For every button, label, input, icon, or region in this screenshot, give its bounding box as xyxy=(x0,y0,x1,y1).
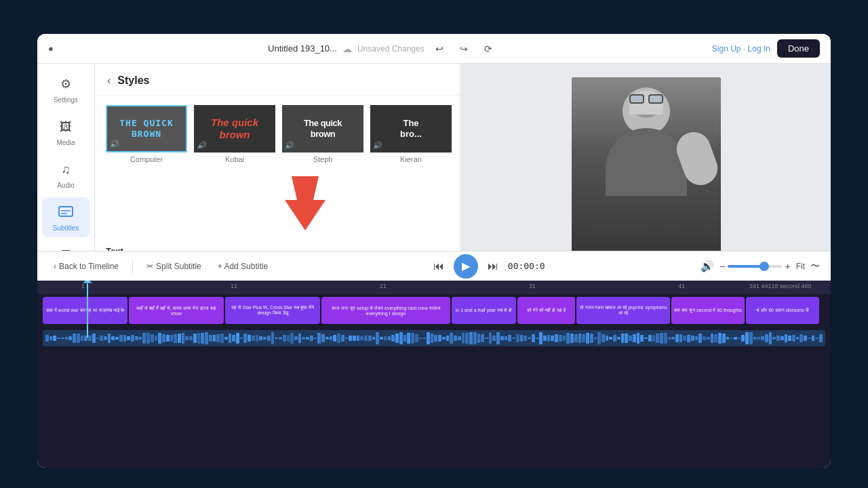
clip-4[interactable]: साल लगा पूरा setup से लेकर everything ca… xyxy=(321,297,450,324)
arrow-container xyxy=(95,173,460,241)
right-controls: 🔊 − + Fit 〜 xyxy=(701,260,820,272)
style-preview-kieran: Thebro... 🔊 xyxy=(370,105,452,152)
timeline-cursor[interactable] xyxy=(87,283,88,338)
sidebar-item-audio[interactable]: ♫ Audio xyxy=(42,155,90,195)
refresh-button[interactable]: ⟳ xyxy=(479,39,498,58)
audio-icon: ♫ xyxy=(56,160,75,179)
video-preview xyxy=(572,77,721,251)
content-area: ⚙ Settings 🖼 Media ♫ Audio Sub xyxy=(37,64,831,251)
sidebar-item-settings[interactable]: ⚙ Settings xyxy=(42,69,90,109)
timeline-controls: ‹ Back to Timeline ✂ Split Subtitle + Ad… xyxy=(37,251,831,281)
clip-6[interactable]: को मेरे को नहीं हो रहा है xyxy=(517,297,575,324)
sidebar-item-text[interactable]: T Text xyxy=(42,240,90,251)
topbar-right: Sign Up · Log In Done xyxy=(712,39,820,58)
clip-3[interactable]: रहा पो Star Plus पर, Cross Star सब कुछ म… xyxy=(225,297,320,324)
style-preview-computer-text: THE QUICKBROWN xyxy=(119,118,173,139)
subtitle-clips: कहा में world war कर रहा था शाहरुख भाई क… xyxy=(43,297,825,324)
style-card-computer[interactable]: THE QUICKBROWN 🔊 Computer xyxy=(106,105,187,163)
back-to-timeline-button[interactable]: ‹ Back to Timeline xyxy=(48,259,124,274)
play-button[interactable]: ▶ xyxy=(454,254,478,279)
fast-forward-button[interactable]: ⏭ xyxy=(484,257,502,276)
zoom-slider-container: − + xyxy=(719,261,790,272)
ruler-mark-1: 1 xyxy=(81,283,85,289)
back-button[interactable]: ‹ xyxy=(106,73,112,88)
add-subtitle-button[interactable]: + Add Subtitle xyxy=(212,259,273,274)
topbar-center: Untitled 193_10... ☁ Unsaved Changes ↩ ↪… xyxy=(268,39,498,58)
audio-waveform xyxy=(43,330,825,346)
redo-button[interactable]: ↪ xyxy=(454,39,473,58)
clip-1[interactable]: कहा में world war कर रहा था शाहरुख भाई क… xyxy=(43,297,127,324)
style-preview-kubai-text: The quickbrown xyxy=(211,117,258,141)
sidebar-item-subtitles[interactable]: Subtitles xyxy=(42,197,90,237)
sidebar-item-media[interactable]: 🖼 Media xyxy=(42,112,90,152)
style-label-steph: Steph xyxy=(282,152,363,163)
preview-area xyxy=(461,64,831,251)
style-cards-container: THE QUICKBROWN 🔊 Computer The quickbrown… xyxy=(95,96,460,173)
sound-icon-computer: 🔊 xyxy=(110,140,120,148)
split-subtitle-label: Split Subtitle xyxy=(156,262,201,271)
done-button[interactable]: Done xyxy=(777,39,820,58)
style-card-kieran[interactable]: Thebro... 🔊 Kieran xyxy=(370,105,452,163)
zoom-in-button[interactable]: + xyxy=(785,261,790,272)
panel-header: ‹ Styles xyxy=(95,64,460,96)
style-label-computer: Computer xyxy=(106,152,187,163)
subtitle-track: कहा में world war कर रहा था शाहरुख भाई क… xyxy=(43,297,825,327)
clip-8[interactable]: क्या क्या सुन second में 60 thoughts xyxy=(671,297,745,324)
topbar-logo: ● xyxy=(48,43,54,54)
sidebar-subtitles-label: Subtitles xyxy=(53,224,79,232)
style-card-steph[interactable]: The quickbrown 🔊 Steph xyxy=(282,105,363,163)
sidebar-audio-label: Audio xyxy=(57,182,75,189)
tc-separator-1 xyxy=(132,260,133,273)
settings-icon: ⚙ xyxy=(56,75,75,94)
clip-7[interactable]: तो गलत गलत खयाल आ रहे psychic symptoms आ… xyxy=(576,297,670,324)
style-preview-steph: The quickbrown 🔊 xyxy=(282,105,363,152)
time-display: 00:00:0 xyxy=(508,261,545,271)
style-card-kubai[interactable]: The quickbrown 🔊 Kubai xyxy=(194,105,275,163)
subtitles-icon xyxy=(56,203,75,222)
svg-rect-0 xyxy=(59,207,73,216)
undo-button[interactable]: ↩ xyxy=(430,39,449,58)
clip-2[interactable]: कहाँ पो बहाँ मैं वहाँ से, वापस आया मेरा … xyxy=(129,297,224,324)
style-preview-kubai: The quickbrown 🔊 xyxy=(194,105,275,152)
red-arrow-icon xyxy=(278,173,332,234)
waveform-button[interactable]: 〜 xyxy=(810,260,820,272)
clip-5[interactable]: in 1 and a half year जब वो हो xyxy=(452,297,516,324)
ruler-mark-31: 31 xyxy=(529,283,536,289)
chevron-left-icon: ‹ xyxy=(54,262,56,271)
play-controls: ⏮ ▶ ⏭ 00:00:0 xyxy=(429,254,545,279)
ruler-mark-11: 11 xyxy=(231,283,237,289)
sidebar-media-label: Media xyxy=(56,139,75,146)
scissors-icon: ✂ xyxy=(146,262,153,271)
volume-button[interactable]: 🔊 xyxy=(701,260,714,272)
signup-login-link[interactable]: Sign Up · Log In xyxy=(712,44,770,54)
ruler-mark-21: 21 xyxy=(380,283,387,289)
svg-marker-3 xyxy=(285,176,326,230)
sound-icon-kieran: 🔊 xyxy=(373,141,382,150)
zoom-slider[interactable] xyxy=(728,265,782,268)
style-label-kieran: Kieran xyxy=(370,152,452,163)
style-preview-computer: THE QUICKBROWN 🔊 xyxy=(106,105,187,152)
audio-track xyxy=(43,330,825,346)
ruler-mark-41: 41 xyxy=(678,283,685,289)
sound-icon-kubai: 🔊 xyxy=(197,141,206,150)
style-label-kubai: Kubai xyxy=(194,152,275,163)
back-to-timeline-label: Back to Timeline xyxy=(59,262,119,271)
timeline: 1 11 21 31 41 341 44118 second 460 कहा म… xyxy=(37,281,831,468)
style-preview-kieran-text: Thebro... xyxy=(400,118,422,139)
zoom-out-button[interactable]: − xyxy=(719,261,725,272)
topbar: ● Untitled 193_10... ☁ Unsaved Changes ↩… xyxy=(37,34,831,64)
text-section-label: Text xyxy=(106,246,450,251)
split-subtitle-button[interactable]: ✂ Split Subtitle xyxy=(141,259,207,274)
clip-9[interactable]: थे और 60 अलग divisions पी xyxy=(746,297,819,324)
rewind-button[interactable]: ⏮ xyxy=(429,257,448,276)
text-icon: T xyxy=(56,245,75,251)
timeline-ruler: 1 11 21 31 41 341 44118 second 460 xyxy=(37,281,831,294)
style-preview-steph-text: The quickbrown xyxy=(304,118,342,139)
media-icon: 🖼 xyxy=(56,117,75,136)
sound-icon-steph: 🔊 xyxy=(285,141,294,150)
topbar-left: ● xyxy=(48,43,54,54)
styles-panel: ‹ Styles THE QUICKBROWN 🔊 Computer The q… xyxy=(95,64,461,251)
fit-button[interactable]: Fit xyxy=(796,262,805,271)
sidebar-settings-label: Settings xyxy=(54,96,78,104)
ruler-mark-time: 341 44118 second 460 xyxy=(749,283,812,289)
